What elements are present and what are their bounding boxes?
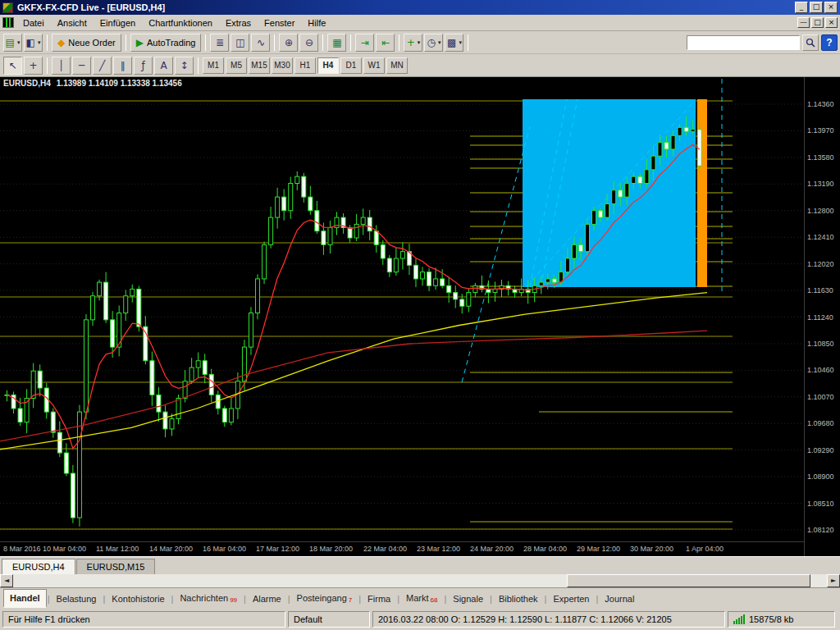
tab-nachrichten[interactable]: Nachrichten99 <box>174 590 243 607</box>
time-axis-label: 23 Mar 12:00 <box>417 545 460 553</box>
candle <box>71 473 75 518</box>
menu-einf-gen[interactable]: Einfügen <box>94 16 142 30</box>
tab-kontohistorie[interactable]: Kontohistorie <box>106 591 170 607</box>
new-order-button[interactable]: ◆Neue Order <box>52 34 121 52</box>
time-axis-label: 8 Mar 2016 <box>3 545 41 553</box>
autotrading-button-label: AutoTrading <box>147 38 196 48</box>
tab-signale[interactable]: Signale <box>447 591 489 607</box>
time-axis-label: 1 Apr 04:00 <box>686 545 724 553</box>
candle <box>572 244 576 258</box>
chart-tab-eurusd-h4[interactable]: EURUSD,H4 <box>2 559 75 574</box>
periods-button-icon: ◷ <box>427 37 435 48</box>
trendline-tool[interactable]: ╱ <box>93 57 112 75</box>
timeframe-m1[interactable]: M1 <box>203 57 224 74</box>
cursor-tool[interactable]: ↖ <box>3 57 22 75</box>
menu-chartfunktionen[interactable]: Chartfunktionen <box>142 16 219 30</box>
indicators-button[interactable]: +▾ <box>404 34 422 52</box>
candle <box>592 211 596 225</box>
arrows-tool[interactable]: ↕ <box>175 57 194 75</box>
timeframe-h4[interactable]: H4 <box>317 57 339 74</box>
tab-experten[interactable]: Experten <box>547 591 595 607</box>
tab-handel[interactable]: Handel <box>3 589 47 608</box>
chart-scrollbar[interactable]: ◄ ► <box>0 574 840 587</box>
candle <box>434 279 438 285</box>
timeframe-mn[interactable]: MN <box>386 57 408 74</box>
time-axis-label: 28 Mar 04:00 <box>523 545 567 553</box>
maximize-button[interactable]: □ <box>810 2 823 13</box>
timeframe-d1[interactable]: D1 <box>340 57 362 74</box>
tab-journal[interactable]: Journal <box>599 591 640 607</box>
tab-markt[interactable]: Markt68 <box>400 590 443 607</box>
profiles-button[interactable]: ◧▾ <box>24 34 43 52</box>
candle <box>163 412 167 429</box>
help-button[interactable]: ? <box>821 34 838 51</box>
candlestick-chart-button-icon: ◫ <box>235 37 244 48</box>
timeframe-m15[interactable]: M15 <box>249 57 270 74</box>
scrollbar-track[interactable] <box>13 574 827 587</box>
timeframe-w1[interactable]: W1 <box>363 57 385 74</box>
menu-ansicht[interactable]: Ansicht <box>51 16 94 30</box>
equidistant-channel-tool[interactable]: ∥ <box>113 57 132 75</box>
chevron-down-icon: ▾ <box>459 39 462 46</box>
tile-windows-button[interactable]: ▦ <box>327 34 346 52</box>
auto-scroll-button[interactable]: ⇥ <box>355 34 374 52</box>
timeframe-m5[interactable]: M5 <box>226 57 247 74</box>
search-icon[interactable] <box>802 34 819 51</box>
menu-hilfe[interactable]: Hilfe <box>301 16 332 30</box>
templates-button[interactable]: ▩▾ <box>445 34 463 52</box>
child-close-button[interactable]: × <box>825 17 838 28</box>
tab-bibliothek[interactable]: Bibliothek <box>493 591 544 607</box>
candle <box>394 258 398 272</box>
menu-fenster[interactable]: Fenster <box>258 16 301 30</box>
zoom-in-button-icon: ⊕ <box>285 37 293 48</box>
price-chart[interactable] <box>0 77 804 541</box>
price-axis: 1.143601.139701.135801.131901.128001.124… <box>804 77 840 556</box>
fibonacci-tool[interactable]: ƒ <box>134 57 153 75</box>
menu-datei[interactable]: Datei <box>16 16 51 30</box>
text-tool[interactable]: A <box>154 57 173 75</box>
autotrading-button-icon: ▶ <box>136 37 144 48</box>
chart-tab-eurusd-m15[interactable]: EURUSD,M15 <box>76 559 156 574</box>
candle <box>256 279 260 313</box>
tab-firma[interactable]: Firma <box>362 591 396 607</box>
crosshair-tool[interactable]: + <box>24 57 43 75</box>
horizontal-line-tool[interactable]: ─ <box>72 57 91 75</box>
zoom-in-button[interactable]: ⊕ <box>279 34 298 52</box>
candle <box>578 244 582 251</box>
timeframe-h1[interactable]: H1 <box>294 57 316 74</box>
menu-extras[interactable]: Extras <box>219 16 258 30</box>
candle <box>552 279 556 282</box>
price-axis-label: 1.13970 <box>807 126 834 135</box>
periods-button[interactable]: ◷▾ <box>424 34 443 52</box>
candle <box>467 293 471 307</box>
child-minimize-button[interactable]: — <box>797 17 810 28</box>
search-input[interactable] <box>687 35 800 50</box>
timeframe-m30[interactable]: M30 <box>272 57 293 74</box>
status-connection: 15875/8 kb <box>728 611 835 628</box>
candle <box>664 143 669 149</box>
chart-shift-button[interactable]: ⇤ <box>376 34 395 52</box>
tab-alarme[interactable]: Alarme <box>247 591 287 607</box>
auto-scroll-button-icon: ⇥ <box>361 37 369 48</box>
zoom-out-button[interactable]: ⊖ <box>299 34 318 52</box>
candle <box>322 231 326 245</box>
candlestick-chart-button[interactable]: ◫ <box>231 34 249 52</box>
tab-belastung[interactable]: Belastung <box>51 591 103 607</box>
candle <box>691 130 695 131</box>
scroll-right-button[interactable]: ► <box>827 574 840 587</box>
scrollbar-thumb[interactable] <box>567 574 811 587</box>
chart-area[interactable]: EURUSD,H4 1.13989 1.14109 1.13338 1.1345… <box>0 77 840 556</box>
autotrading-button[interactable]: ▶AutoTrading <box>130 34 202 52</box>
minimize-button[interactable]: _ <box>795 2 808 13</box>
status-profile[interactable]: Default <box>288 611 370 628</box>
fibonacci-tool-icon: ƒ <box>141 60 144 71</box>
line-chart-button[interactable]: ∿ <box>251 34 270 52</box>
tab-posteingang[interactable]: Posteingang7 <box>291 590 358 607</box>
child-restore-button[interactable]: □ <box>811 17 824 28</box>
scroll-left-button[interactable]: ◄ <box>0 574 13 587</box>
new-chart-button[interactable]: ▤▾ <box>3 34 22 52</box>
close-button[interactable]: × <box>824 2 838 13</box>
bar-chart-button[interactable]: ≣ <box>210 34 229 52</box>
candle <box>612 190 616 204</box>
vertical-line-tool[interactable]: │ <box>52 57 71 75</box>
